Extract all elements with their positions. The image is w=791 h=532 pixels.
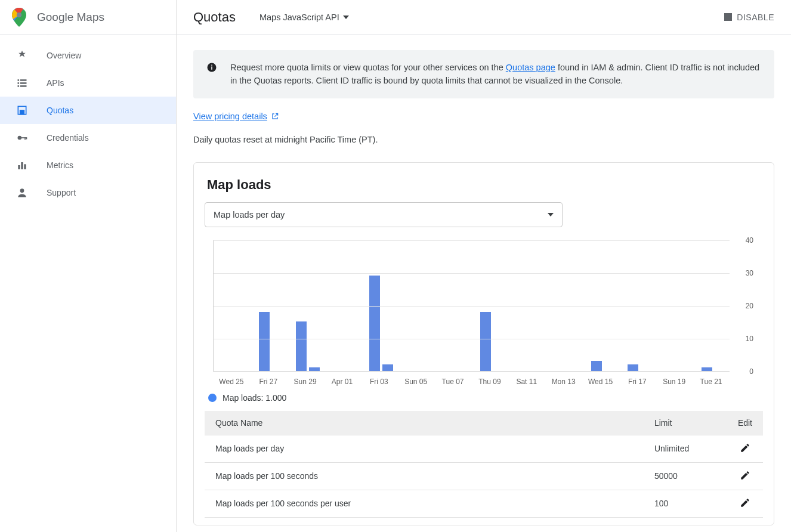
svg-rect-6 <box>20 85 27 87</box>
legend-label: Map loads: 1.000 <box>223 393 286 403</box>
api-selector[interactable]: Maps JavaScript API <box>259 13 349 22</box>
x-tick-label: Wed 25 <box>219 378 243 386</box>
sidebar-item-label: Overview <box>47 51 81 60</box>
cell-edit <box>727 435 763 462</box>
x-tick-label: Apr 01 <box>332 378 353 386</box>
chart-bar <box>480 312 491 371</box>
list-icon <box>16 76 29 89</box>
disable-button[interactable]: DISABLE <box>724 13 774 22</box>
edit-button[interactable] <box>740 473 750 482</box>
quota-icon <box>16 104 29 117</box>
svg-rect-14 <box>21 162 23 169</box>
sidebar-item-label: Support <box>47 188 76 197</box>
x-tick-label: Mon 13 <box>552 378 576 386</box>
svg-rect-13 <box>18 165 20 169</box>
sidebar-item-label: Metrics <box>47 160 73 170</box>
svg-rect-15 <box>24 164 26 169</box>
svg-point-9 <box>18 136 22 140</box>
sidebar-item-credentials[interactable]: Credentials <box>0 124 176 151</box>
card-title: Map loads <box>205 177 763 193</box>
pricing-details-link[interactable]: View pricing details <box>193 112 279 121</box>
table-row: Map loads per 100 seconds per user100 <box>205 490 763 517</box>
svg-rect-8 <box>20 110 24 115</box>
col-quota-name: Quota Name <box>205 411 644 435</box>
table-header-row: Quota Name Limit Edit <box>205 411 763 435</box>
sidebar-item-overview[interactable]: Overview <box>0 42 176 69</box>
chart-bar <box>702 367 712 371</box>
col-limit: Limit <box>644 411 727 435</box>
svg-rect-18 <box>211 67 212 70</box>
product-header: Google Maps <box>0 0 176 35</box>
sidebar-item-label: APIs <box>47 78 64 88</box>
svg-point-16 <box>20 188 24 193</box>
svg-rect-12 <box>26 137 27 139</box>
disable-label: DISABLE <box>737 13 774 22</box>
svg-rect-19 <box>211 65 212 66</box>
pricing-link-label: View pricing details <box>193 112 267 121</box>
x-tick-label: Fri 03 <box>370 378 388 386</box>
sidebar-item-label: Quotas <box>47 106 73 115</box>
info-icon <box>206 62 217 76</box>
google-maps-pin-icon <box>12 8 26 27</box>
y-tick-label: 20 <box>746 302 753 310</box>
col-edit: Edit <box>727 411 763 435</box>
banner-text: Request more quota limits or view quotas… <box>230 61 761 88</box>
chart-bar <box>591 361 602 371</box>
page-title: Quotas <box>193 10 236 25</box>
page-header: Quotas Maps JavaScript API DISABLE <box>177 0 791 35</box>
x-tick-label: Sun 29 <box>294 378 317 386</box>
sidebar-item-apis[interactable]: APIs <box>0 69 176 97</box>
svg-rect-2 <box>20 79 27 81</box>
sidebar-item-metrics[interactable]: Metrics <box>0 151 176 179</box>
x-tick-label: Fri 27 <box>259 378 277 386</box>
chart: 010203040 Wed 25Fri 27Sun 29Apr 01Fri 03… <box>205 240 763 389</box>
y-tick-label: 0 <box>749 367 753 376</box>
x-tick-label: Fri 17 <box>628 378 647 386</box>
chart-bar <box>628 364 638 371</box>
external-link-icon <box>271 112 279 120</box>
content: Request more quota limits or view quotas… <box>177 35 791 532</box>
y-tick-label: 10 <box>746 335 753 343</box>
cell-quota-name: Map loads per day <box>205 435 644 462</box>
svg-rect-4 <box>20 82 27 84</box>
person-icon <box>16 186 29 199</box>
cell-limit: 100 <box>644 490 727 517</box>
metric-selector-label: Map loads per day <box>214 210 285 219</box>
legend-dot-icon <box>208 394 217 402</box>
quota-table: Quota Name Limit Edit Map loads per dayU… <box>205 411 763 518</box>
api-selector-label: Maps JavaScript API <box>259 13 339 22</box>
cell-quota-name: Map loads per 100 seconds per user <box>205 490 644 517</box>
table-row: Map loads per 100 seconds50000 <box>205 462 763 490</box>
table-row: Map loads per dayUnlimited <box>205 435 763 462</box>
x-tick-label: Wed 15 <box>588 378 613 386</box>
sidebar-item-quotas[interactable]: Quotas <box>0 97 176 124</box>
banner-prefix: Request more quota limits or view quotas… <box>230 63 506 72</box>
key-icon <box>16 131 29 144</box>
x-tick-label: Sun 05 <box>404 378 427 386</box>
edit-button[interactable] <box>740 500 750 510</box>
metric-selector[interactable]: Map loads per day <box>205 202 563 227</box>
side-nav: Overview APIs Quotas Credentials <box>0 35 176 206</box>
svg-rect-10 <box>21 137 26 138</box>
sidebar-item-support[interactable]: Support <box>0 179 176 206</box>
bar-chart-icon <box>16 159 29 172</box>
x-tick-label: Tue 21 <box>700 378 722 386</box>
x-tick-label: Tue 07 <box>442 378 464 386</box>
svg-point-0 <box>17 12 21 17</box>
daily-reset-note: Daily quotas reset at midnight Pacific T… <box>193 135 774 144</box>
quotas-page-link[interactable]: Quotas page <box>506 63 555 72</box>
chart-bar <box>309 367 320 371</box>
chart-legend: Map loads: 1.000 <box>208 393 763 403</box>
x-tick-label: Thu 09 <box>478 378 500 386</box>
overview-icon <box>16 49 29 62</box>
y-tick-label: 40 <box>746 236 753 245</box>
cell-quota-name: Map loads per 100 seconds <box>205 462 644 490</box>
svg-rect-1 <box>18 79 20 81</box>
edit-button[interactable] <box>740 446 750 455</box>
chart-bar <box>382 364 393 371</box>
chevron-down-icon <box>343 16 349 19</box>
sidebar-item-label: Credentials <box>47 133 89 143</box>
info-banner: Request more quota limits or view quotas… <box>193 50 774 98</box>
x-tick-label: Sun 19 <box>663 378 685 386</box>
chevron-down-icon <box>548 213 554 216</box>
